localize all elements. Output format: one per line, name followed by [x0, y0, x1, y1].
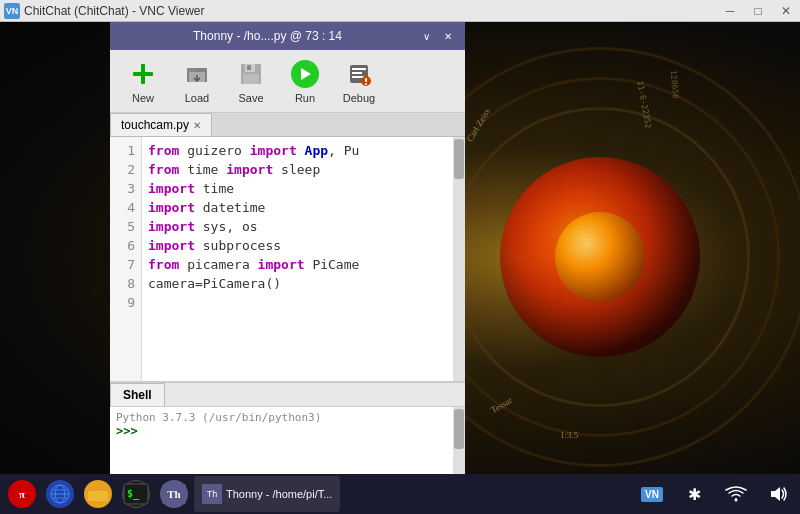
shell-tab-bar: Shell — [110, 383, 465, 407]
sound-button[interactable] — [760, 476, 796, 512]
line-num-2: 2 — [116, 160, 135, 179]
svg-rect-6 — [243, 74, 259, 84]
terminal-icon-svg: $_ — [123, 483, 149, 505]
shell-prompt: >>> — [116, 424, 138, 438]
thonny-icon-button[interactable]: Th — [156, 476, 192, 512]
file-tab[interactable]: touchcam.py ✕ — [110, 113, 212, 136]
thonny-file-tabs: touchcam.py ✕ — [110, 113, 465, 137]
vnc-close-button[interactable]: ✕ — [772, 0, 800, 22]
debug-button[interactable]: Debug — [334, 54, 384, 108]
new-button[interactable]: New — [118, 54, 168, 108]
svg-text:Th: Th — [167, 488, 180, 500]
vnc-taskbar-icon-button[interactable]: VN — [634, 476, 670, 512]
debug-label: Debug — [343, 92, 375, 104]
line-num-1: 1 — [116, 141, 135, 160]
thonny-taskbar-window-icon-text: Th — [207, 489, 218, 499]
lens-inner-glow — [555, 212, 645, 302]
svg-rect-7 — [247, 65, 251, 70]
svg-text:π: π — [19, 488, 25, 500]
sound-icon — [767, 485, 789, 503]
svg-point-27 — [735, 499, 738, 502]
shell-prompt-line: >>> — [116, 424, 447, 438]
save-icon — [235, 58, 267, 90]
svg-rect-9 — [352, 68, 366, 70]
code-editor[interactable]: 1 2 3 4 5 6 7 8 9 from guizero import Ap… — [110, 137, 453, 381]
svg-marker-28 — [771, 487, 780, 501]
editor-scrollbar[interactable] — [453, 137, 465, 381]
load-button[interactable]: Load — [172, 54, 222, 108]
tab-close-button[interactable]: ✕ — [193, 120, 201, 131]
line-num-9: 9 — [116, 293, 135, 312]
bluetooth-button[interactable]: ✱ — [676, 476, 712, 512]
code-content[interactable]: from guizero import App, Pu from time im… — [142, 137, 453, 381]
run-icon — [289, 58, 321, 90]
pi-icon: π — [8, 480, 36, 508]
thonny-icon-svg: Th — [161, 483, 187, 505]
thonny-titlebar: Thonny - /ho....py @ 73 : 14 ∨ ✕ — [110, 22, 465, 50]
new-icon — [127, 58, 159, 90]
bluetooth-icon: ✱ — [688, 485, 701, 504]
taskbar-right: VN ✱ — [634, 476, 796, 512]
debug-icon-svg — [345, 60, 373, 88]
editor-scrollbar-thumb[interactable] — [454, 139, 464, 179]
thonny-window: Thonny - /ho....py @ 73 : 14 ∨ ✕ New — [110, 22, 465, 487]
thonny-taskbar-label: Thonny - /home/pi/T... — [226, 488, 332, 500]
save-label: Save — [238, 92, 263, 104]
terminal-icon: $_ — [122, 480, 150, 508]
globe-icon — [46, 480, 74, 508]
folder-icon-svg — [86, 483, 110, 505]
svg-rect-13 — [365, 78, 367, 82]
svg-rect-14 — [365, 83, 367, 85]
shell-section: Shell Python 3.7.3 (/usr/bin/python3) >>… — [110, 381, 465, 487]
taskbar: π $_ — [0, 474, 800, 514]
pi-logo-icon: π — [11, 483, 33, 505]
vnc-titlebar: VN ChitChat (ChitChat) - VNC Viewer ─ □ … — [0, 0, 800, 22]
code-editor-area: 1 2 3 4 5 6 7 8 9 from guizero import Ap… — [110, 137, 465, 381]
save-icon-svg — [237, 60, 265, 88]
vnc-maximize-button[interactable]: □ — [744, 0, 772, 22]
svg-rect-10 — [352, 72, 362, 74]
lens-text-3: 1:3.5 — [560, 430, 578, 440]
line-num-4: 4 — [116, 198, 135, 217]
tab-filename: touchcam.py — [121, 118, 189, 132]
vnc-icon: VN — [4, 3, 20, 19]
svg-rect-1 — [187, 68, 195, 72]
vnc-minimize-button[interactable]: ─ — [716, 0, 744, 22]
vnc-window-controls: ─ □ ✕ — [716, 0, 800, 22]
browser-button[interactable] — [42, 476, 78, 512]
thonny-chevron-down[interactable]: ∨ — [417, 27, 435, 45]
load-label: Load — [185, 92, 209, 104]
load-icon — [181, 58, 213, 90]
shell-scrollbar-thumb[interactable] — [454, 409, 464, 449]
shell-tab-item[interactable]: Shell — [110, 383, 165, 406]
run-button[interactable]: Run — [280, 54, 330, 108]
new-label: New — [132, 92, 154, 104]
pi-menu-button[interactable]: π — [4, 476, 40, 512]
thonny-taskbar-window-button[interactable]: Th Thonny - /home/pi/T... — [194, 476, 340, 512]
line-num-8: 8 — [116, 274, 135, 293]
line-num-6: 6 — [116, 236, 135, 255]
svg-text:$_: $_ — [127, 488, 140, 500]
folder-icon — [84, 480, 112, 508]
line-numbers: 1 2 3 4 5 6 7 8 9 — [110, 137, 142, 381]
run-label: Run — [295, 92, 315, 104]
globe-icon-svg — [49, 483, 71, 505]
shell-python-info: Python 3.7.3 (/usr/bin/python3) — [116, 411, 447, 424]
file-manager-button[interactable] — [80, 476, 116, 512]
terminal-button[interactable]: $_ — [118, 476, 154, 512]
run-icon-circle — [291, 60, 319, 88]
save-button[interactable]: Save — [226, 54, 276, 108]
debug-icon — [343, 58, 375, 90]
new-icon-cross — [129, 60, 157, 88]
wifi-button[interactable] — [718, 476, 754, 512]
line-num-5: 5 — [116, 217, 135, 236]
line-num-7: 7 — [116, 255, 135, 274]
thonny-toolbar: New Load — [110, 50, 465, 113]
thonny-close-title-button[interactable]: ✕ — [439, 27, 457, 45]
vnc-taskbar-icon: VN — [641, 487, 663, 502]
line-num-3: 3 — [116, 179, 135, 198]
wifi-icon — [725, 485, 747, 503]
load-icon-svg — [183, 60, 211, 88]
thonny-taskbar-icon: Th — [160, 480, 188, 508]
svg-rect-11 — [352, 76, 364, 78]
